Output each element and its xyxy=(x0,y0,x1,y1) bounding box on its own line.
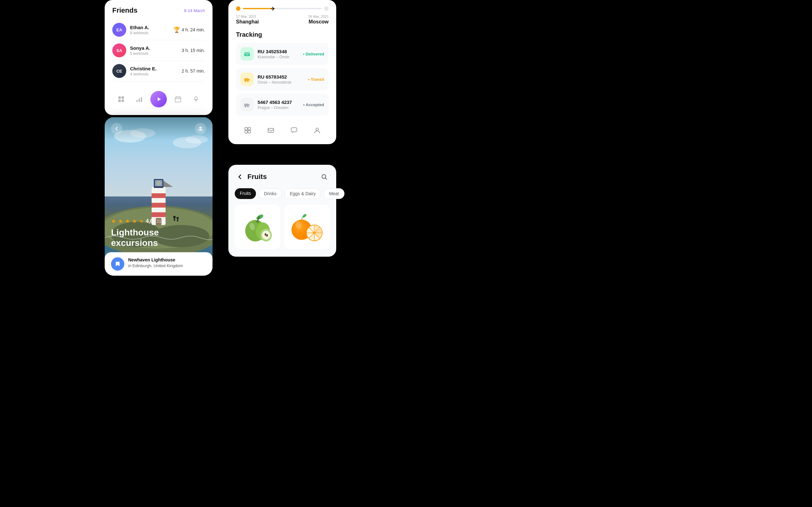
bell-nav-button[interactable] xyxy=(189,92,203,106)
tracking-card: ✈ 17 Mar, 2021 Shanghai 26 Mar, 2021 Mos… xyxy=(229,0,336,144)
search-button[interactable] xyxy=(318,171,330,182)
svg-rect-41 xyxy=(152,212,165,217)
svg-point-13 xyxy=(195,101,196,102)
tracking-nav xyxy=(236,119,328,136)
tracking-route-3: Prague – Dresden xyxy=(258,106,303,110)
fruits-card: Fruits Fruits Drinks Eggs & Dairy Meat xyxy=(229,165,336,257)
rating-row: ★ ★ ★ ★ ★ 4,6 (313) xyxy=(105,218,212,225)
flight-dates: 17 Mar, 2021 Shanghai 26 Mar, 2021 Mosco… xyxy=(236,14,328,25)
destination-info: 26 Mar, 2021 Moscow xyxy=(308,14,328,25)
friend-workouts: 8 workouts xyxy=(130,31,173,35)
fitness-header: Friends 8-14 March xyxy=(112,6,205,14)
friend-workouts: 5 workouts xyxy=(130,51,182,56)
svg-point-20 xyxy=(247,106,249,107)
friend-time: 4 h. 24 min. xyxy=(182,27,205,32)
svg-rect-12 xyxy=(195,100,197,101)
chart-nav-button[interactable] xyxy=(132,92,146,106)
friend-row: SA Sonya A. 5 workouts 3 h. 15 min. xyxy=(112,40,205,61)
grid-nav-button[interactable] xyxy=(114,92,128,106)
orange-illustration xyxy=(290,212,324,244)
friend-workouts: 4 workouts xyxy=(130,72,182,76)
lighthouse-info-box: Newhaven Lighthouse in Edinburgh, United… xyxy=(105,252,212,276)
back-button[interactable] xyxy=(111,123,122,134)
tracking-item-3: 5467 4563 4237 Prague – Dresden • Accept… xyxy=(236,94,328,116)
tracking-route-1: Krasnodar – Omsk xyxy=(258,55,303,59)
friend-time: 3 h. 15 min. xyxy=(182,48,205,53)
lighthouse-image: ★ ★ ★ ★ ★ 4,6 (313) Lighthouse excursion… xyxy=(105,117,212,276)
destination-city: Moscow xyxy=(308,19,328,25)
star-half-icon: ★ xyxy=(139,218,144,225)
svg-rect-2 xyxy=(118,100,121,102)
tracking-number-3: 5467 4563 4237 xyxy=(258,100,303,105)
svg-line-53 xyxy=(325,178,327,180)
tracking-icon-transit xyxy=(241,72,254,86)
friend-name: Ethan A. xyxy=(130,25,173,30)
lighthouse-card: ★ ★ ★ ★ ★ 4,6 (313) Lighthouse excursion… xyxy=(105,117,212,276)
friend-row: EA Ethan A. 8 workouts 🏆 4 h. 24 min. xyxy=(112,20,205,40)
grid-tracking-button[interactable] xyxy=(241,124,254,136)
svg-rect-15 xyxy=(244,78,249,81)
svg-rect-21 xyxy=(245,127,247,130)
svg-rect-14 xyxy=(244,52,250,56)
category-meat[interactable]: Meat xyxy=(323,188,344,199)
fitness-title: Friends xyxy=(112,6,137,14)
tracking-icon-delivered xyxy=(241,47,254,60)
back-button[interactable] xyxy=(235,172,245,182)
fruits-header: Fruits xyxy=(235,171,330,182)
svg-point-27 xyxy=(316,128,318,130)
bookmark-button[interactable] xyxy=(111,257,124,271)
friend-info-sonya: Sonya A. 5 workouts xyxy=(130,45,182,56)
category-eggs-dairy[interactable]: Eggs & Dairy xyxy=(285,188,321,199)
rating-value: 4,6 xyxy=(146,218,153,224)
tracking-status-delivered: • Delivered xyxy=(303,52,324,56)
friend-meta: 🏆 4 h. 24 min. xyxy=(173,26,205,33)
svg-rect-18 xyxy=(244,104,249,107)
friend-name: Sonya A. xyxy=(130,45,182,51)
friend-name: Christine E. xyxy=(130,66,182,71)
category-fruits[interactable]: Fruits xyxy=(235,188,256,199)
mail-tracking-button[interactable] xyxy=(264,124,277,136)
trophy-icon: 🏆 xyxy=(173,26,180,33)
star-icon: ★ xyxy=(118,218,123,225)
user-tracking-button[interactable] xyxy=(311,124,323,136)
svg-rect-26 xyxy=(291,128,297,132)
svg-point-45 xyxy=(156,181,161,186)
friend-row: CE Christine E. 4 workouts 2 h. 57 min. xyxy=(112,61,205,81)
svg-rect-24 xyxy=(248,130,251,133)
calendar-nav-button[interactable] xyxy=(171,92,185,106)
svg-rect-0 xyxy=(118,96,121,99)
origin-info: 17 Mar, 2021 Shanghai xyxy=(236,14,259,25)
category-drinks[interactable]: Drinks xyxy=(258,188,282,199)
svg-point-19 xyxy=(245,106,246,107)
tracking-info-2: RU 65783452 Omsk – Novosibirsk xyxy=(258,74,308,84)
lighthouse-title: Lighthouse excursions xyxy=(105,227,212,248)
destination-dot xyxy=(324,6,328,11)
play-nav-button[interactable] xyxy=(150,91,167,107)
lighthouse-overlay-top xyxy=(105,117,212,140)
fruits-grid xyxy=(235,205,330,249)
chat-tracking-button[interactable] xyxy=(288,124,300,136)
flight-progress: ✈ 17 Mar, 2021 Shanghai 26 Mar, 2021 Mos… xyxy=(236,6,328,25)
svg-rect-25 xyxy=(268,128,274,132)
tracking-item-1: RU 34525348 Krasnodar – Omsk • Delivered xyxy=(236,43,328,65)
share-button[interactable] xyxy=(195,123,206,134)
plane-icon: ✈ xyxy=(270,5,275,12)
lighthouse-description: Newhaven Lighthouse in Edinburgh, United… xyxy=(128,257,183,269)
svg-marker-7 xyxy=(158,97,161,101)
avatar-sonya: SA xyxy=(112,43,126,57)
progress-bar-row: ✈ xyxy=(236,6,328,11)
origin-date: 17 Mar, 2021 xyxy=(236,14,259,18)
fruits-title: Fruits xyxy=(247,173,318,181)
svg-rect-5 xyxy=(139,99,140,102)
friend-time: 2 h. 57 min. xyxy=(182,68,205,73)
friend-info-ethan: Ethan A. 8 workouts xyxy=(130,25,173,35)
orange-card[interactable] xyxy=(284,205,330,249)
svg-rect-1 xyxy=(121,96,124,99)
rating-count: (313) xyxy=(155,219,165,224)
svg-rect-22 xyxy=(248,127,251,130)
star-icon: ★ xyxy=(132,218,137,225)
place-name: Newhaven Lighthouse xyxy=(128,257,183,262)
svg-rect-3 xyxy=(121,100,124,102)
apple-card[interactable] xyxy=(235,205,281,249)
fitness-nav xyxy=(112,88,205,107)
